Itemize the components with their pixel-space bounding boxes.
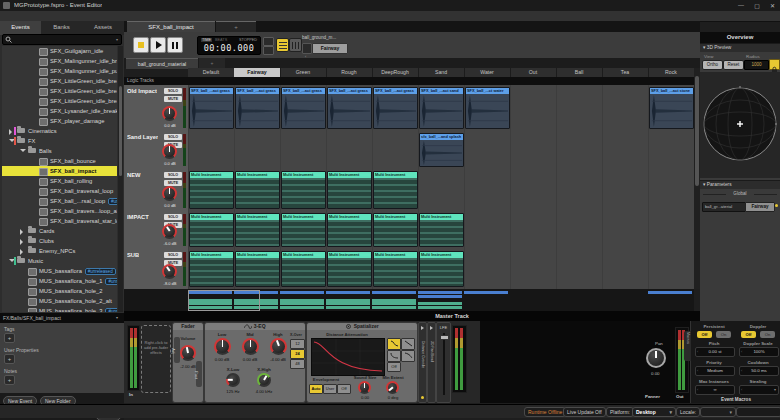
- tree-item-sfx-ball-impact[interactable]: SFX_ball_impact: [2, 166, 117, 176]
- audio-clip[interactable]: SFX_ball_...act stone: [649, 87, 694, 129]
- tree-item-cinematics[interactable]: Cinematics: [2, 126, 117, 136]
- minimap-viewport[interactable]: [188, 290, 260, 311]
- multi-instrument-clip[interactable]: Multi Instrument: [327, 171, 372, 209]
- audio-clip[interactable]: SFX_ball_...ct water: [465, 87, 510, 129]
- tree-item-sfx-littlegreen-idle-break-left-foot[interactable]: SFX_LittleGreen_idle_break_left_foot: [2, 86, 117, 96]
- column-header-rock[interactable]: Rock: [648, 68, 695, 77]
- tree-item-mus-bassaflora-hole-3[interactable]: MUS_bassaflora_hole_3#unreleased: [2, 306, 117, 312]
- curve-linear-squared-button[interactable]: [387, 338, 401, 350]
- track-volume-knob[interactable]: [162, 144, 177, 159]
- spatializer-module[interactable]: Spatializer Distance Attenuation Off Env…: [306, 322, 418, 403]
- distance-attenuation-graph[interactable]: [311, 338, 385, 376]
- minimize-button[interactable]: —: [738, 2, 744, 8]
- eq-high-knob[interactable]: [270, 338, 287, 355]
- chevron-right-icon[interactable]: [20, 239, 23, 245]
- pin-icon[interactable]: ▾: [116, 315, 118, 320]
- track-lane-new[interactable]: Multi InstrumentMulti InstrumentMulti In…: [188, 169, 694, 212]
- stop-button[interactable]: [133, 37, 149, 53]
- multi-instrument-clip[interactable]: Multi Instrument: [189, 251, 234, 287]
- track-header-sub[interactable]: SUBSOLOMUTE-8.0 dB: [124, 249, 189, 290]
- tree-item-sfx-ball-rsal-loop[interactable]: SFX_ball_...rsal_loop#unreleased: [2, 196, 117, 206]
- beats-mode-label[interactable]: BEATS: [215, 38, 227, 42]
- column-header-deeprough[interactable]: DeepRough: [372, 68, 419, 77]
- tree-item-cards[interactable]: Cards: [2, 226, 117, 236]
- multi-instrument-clip[interactable]: Multi Instrument: [419, 213, 464, 247]
- envelopment-user-button[interactable]: User: [323, 384, 337, 394]
- attenuation-off-button[interactable]: Off: [387, 362, 401, 372]
- tree-item-sfx-player-damage[interactable]: SFX_player_damage: [2, 116, 117, 126]
- tree-item-sfx-littlegreen-idle-break-right-foot[interactable]: SFX_LittleGreen_idle_break_right_foot: [2, 96, 117, 106]
- distance-override-strip[interactable]: Distance Override: [418, 322, 427, 403]
- macro-doppler-scale-field[interactable]: ‹100%: [739, 347, 779, 357]
- multi-instrument-clip[interactable]: Multi Instrument: [327, 251, 372, 287]
- envelopment-off-button[interactable]: Off: [337, 384, 351, 394]
- parameter-prev-button[interactable]: ‹: [302, 43, 312, 54]
- multi-instrument-clip[interactable]: Multi Instrument: [281, 213, 326, 247]
- pause-button[interactable]: [167, 37, 183, 53]
- tree-item-sfx-ball-traversal-star-loop[interactable]: SFX_ball_traversal_star_loop: [2, 216, 117, 226]
- add-user-property-button[interactable]: +: [4, 354, 15, 364]
- multi-instrument-clip[interactable]: Multi Instrument: [235, 171, 280, 209]
- macro-stealing-field[interactable]: ‹▾: [739, 385, 779, 395]
- parameter-tab-label[interactable]: ball_ground_m...: [302, 35, 346, 40]
- column-header-rough[interactable]: Rough: [326, 68, 373, 77]
- mute-button[interactable]: MUTE: [164, 96, 182, 102]
- multi-instrument-clip[interactable]: Multi Instrument: [373, 213, 418, 247]
- macro-doppler-on-button[interactable]: On: [760, 331, 775, 338]
- solo-button[interactable]: SOLO: [164, 172, 182, 178]
- audio-clip[interactable]: SFX_ball_...act grass: [373, 87, 418, 129]
- pan-blend-strip[interactable]: 3D Pan Blend: [427, 322, 436, 403]
- track-volume-knob[interactable]: [162, 106, 177, 121]
- tree-item-mus-bassaflora[interactable]: MUS_bassaflora#unreleased: [2, 266, 117, 276]
- macro-cooldown-field[interactable]: ‹50.0 ms: [739, 366, 779, 376]
- preview-radar[interactable]: [700, 72, 780, 178]
- tree-item-sfx-littlegreen-idle-break-hat[interactable]: SFX_LittleGreen_idle_break_hat: [2, 76, 117, 86]
- audio-clip[interactable]: SFX_ball_...act sand: [419, 87, 464, 129]
- sheet-scrollbar-thumb[interactable]: [695, 76, 699, 186]
- tree-scrollbar[interactable]: [118, 46, 123, 312]
- multi-instrument-clip[interactable]: Multi Instrument: [373, 171, 418, 209]
- stepper-icon[interactable]: ‹: [697, 348, 698, 356]
- eq-xhigh-knob[interactable]: [257, 373, 271, 387]
- column-header-sand[interactable]: Sand: [418, 68, 465, 77]
- min-extent-knob[interactable]: [386, 381, 399, 394]
- parameters-section-header[interactable]: ▾ Parameters: [700, 180, 780, 189]
- follow-toggle-button[interactable]: [263, 46, 274, 55]
- search-input[interactable]: ▾: [2, 34, 122, 45]
- mute-button[interactable]: MUTE: [164, 180, 182, 186]
- tree-item-clubs[interactable]: Clubs: [2, 236, 117, 246]
- tree-item-mus-bassaflora-hole-2[interactable]: MUS_bassaflora_hole_2: [2, 286, 117, 296]
- tree-item-sfx-malingunner-idle-putt[interactable]: SFX_Malingunner_idle_putt: [2, 66, 117, 76]
- add-tag-button[interactable]: +: [4, 333, 15, 343]
- column-header-default[interactable]: Default: [188, 68, 235, 77]
- eq-xover-48-button[interactable]: 48: [290, 359, 305, 369]
- multi-instrument-clip[interactable]: Multi Instrument: [281, 251, 326, 287]
- pan-knob[interactable]: [646, 348, 666, 368]
- column-header-out[interactable]: Out: [510, 68, 557, 77]
- track-lane-old-impact[interactable]: SFX_ball_...act grassSFX_ball_...act gra…: [188, 85, 694, 132]
- track-header-old-impact[interactable]: Old ImpactSOLOMUTE0.0 dB: [124, 85, 189, 132]
- chevron-down-icon[interactable]: [20, 149, 26, 152]
- audio-clip[interactable]: SFX_ball_...act grass: [235, 87, 280, 129]
- column-header-green[interactable]: Green: [280, 68, 327, 77]
- tab-banks[interactable]: Banks: [41, 21, 83, 35]
- solo-button[interactable]: SOLO: [164, 252, 182, 258]
- search-filter-caret[interactable]: ▾: [116, 37, 118, 42]
- column-header-tea[interactable]: Tea: [602, 68, 649, 77]
- sound-size-knob[interactable]: [358, 381, 371, 394]
- curve-inverse-button[interactable]: [387, 350, 401, 362]
- audio-clip[interactable]: SFX_ball_...act grass: [327, 87, 372, 129]
- multi-instrument-clip[interactable]: Multi Instrument: [281, 171, 326, 209]
- track-volume-knob[interactable]: [162, 224, 177, 239]
- macro-pitch-field[interactable]: ‹0.00 st: [695, 347, 735, 357]
- audio-clip[interactable]: sfx_ball_...and splash: [419, 133, 464, 167]
- solo-button[interactable]: SOLO: [164, 88, 182, 94]
- eq-mid-knob[interactable]: [242, 338, 259, 355]
- lfe-fader[interactable]: LFE: [436, 322, 451, 403]
- column-header-fairway[interactable]: Fairway: [234, 68, 281, 77]
- column-header-ball[interactable]: Ball: [556, 68, 603, 77]
- macros-side-tab[interactable]: Macros: [684, 331, 691, 361]
- track-header-sand-layer[interactable]: Sand LayerSOLOMUTE0.0 dB: [124, 131, 189, 170]
- stepper-icon[interactable]: ‹: [697, 386, 698, 394]
- tree-item-sfx-ball-traversal-loop[interactable]: SFX_ball_traversal_loop: [2, 186, 117, 196]
